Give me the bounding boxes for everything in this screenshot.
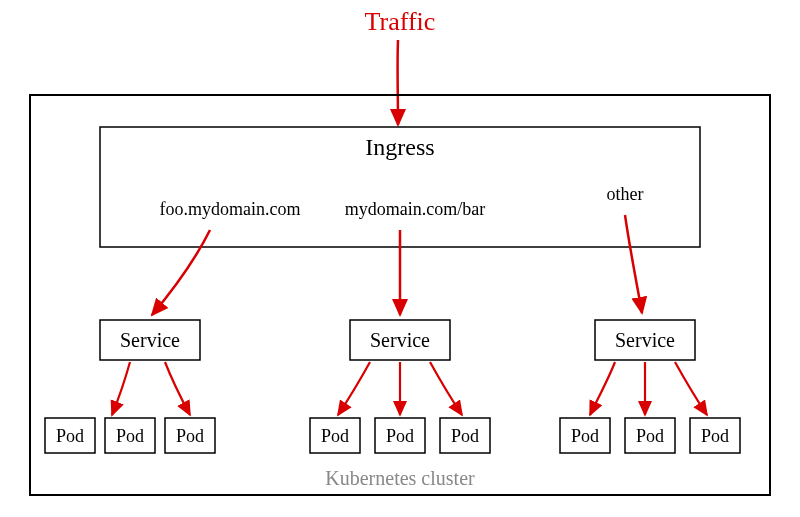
arrow-service1-pod2 [430, 362, 462, 415]
arrow-service0-pod2 [165, 362, 190, 415]
svg-text:Pod: Pod [321, 426, 349, 446]
service-label-0: Service [120, 329, 180, 351]
svg-text:Pod: Pod [701, 426, 729, 446]
pod-1-2: Pod [440, 418, 490, 453]
svg-text:Pod: Pod [386, 426, 414, 446]
svg-text:Pod: Pod [571, 426, 599, 446]
pod-2-2: Pod [690, 418, 740, 453]
pod-0-1: Pod [105, 418, 155, 453]
service-label-1: Service [370, 329, 430, 351]
service-group-0: Service Pod Pod Pod [45, 320, 215, 453]
arrow-service2-pod2 [675, 362, 707, 415]
pod-1-1: Pod [375, 418, 425, 453]
arrow-route0-to-service0 [152, 230, 210, 315]
svg-text:Pod: Pod [451, 426, 479, 446]
svg-text:Pod: Pod [636, 426, 664, 446]
pod-2-0: Pod [560, 418, 610, 453]
pod-0-2: Pod [165, 418, 215, 453]
pod-2-1: Pod [625, 418, 675, 453]
arrow-route2-to-service2 [625, 215, 642, 313]
service-group-1: Service Pod Pod Pod [310, 320, 490, 453]
kubernetes-ingress-diagram: Traffic Kubernetes cluster Ingress foo.m… [0, 0, 800, 517]
arrow-service0-pod1 [112, 362, 130, 415]
traffic-label: Traffic [365, 7, 436, 36]
service-group-2: Service Pod Pod Pod [560, 320, 740, 453]
svg-text:Pod: Pod [56, 426, 84, 446]
arrow-service1-pod0 [338, 362, 370, 415]
svg-text:Pod: Pod [176, 426, 204, 446]
ingress-route-1: mydomain.com/bar [345, 199, 485, 219]
pod-0-0: Pod [45, 418, 95, 453]
service-label-2: Service [615, 329, 675, 351]
ingress-route-0: foo.mydomain.com [160, 199, 301, 219]
ingress-route-2: other [607, 184, 644, 204]
cluster-label: Kubernetes cluster [325, 467, 475, 489]
ingress-title: Ingress [365, 134, 434, 160]
pod-1-0: Pod [310, 418, 360, 453]
arrow-service2-pod0 [590, 362, 615, 415]
svg-text:Pod: Pod [116, 426, 144, 446]
